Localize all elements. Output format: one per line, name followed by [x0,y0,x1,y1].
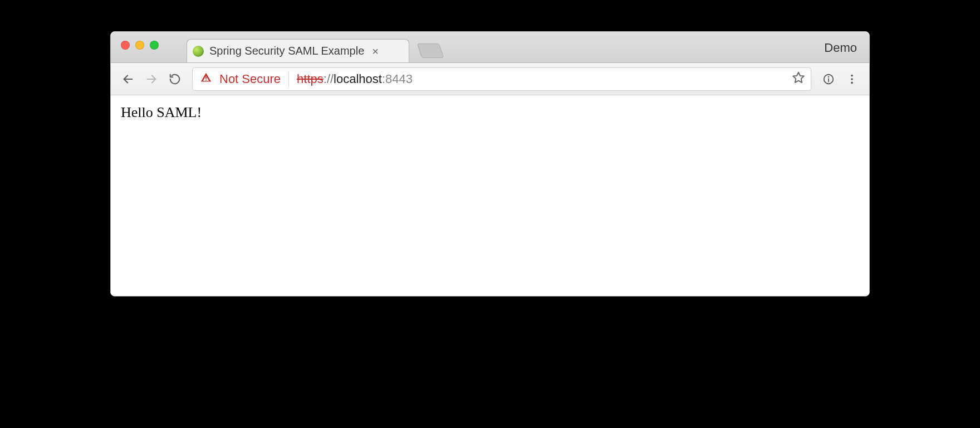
browser-window: Spring Security SAML Example × Demo Not … [110,31,870,296]
forward-button[interactable] [142,70,161,89]
svg-point-10 [851,81,853,84]
close-window-button[interactable] [121,41,130,50]
page-body-text: Hello SAML! [121,104,202,120]
url-display: https://localhost:8443 [297,72,413,86]
svg-marker-4 [793,72,804,82]
window-controls [121,41,159,50]
url-port: :8443 [382,72,413,86]
minimize-window-button[interactable] [135,41,144,50]
spring-favicon-icon [193,46,204,57]
svg-rect-3 [205,79,207,80]
omnibox-divider [288,71,289,87]
tab-close-icon[interactable]: × [372,46,379,57]
address-bar[interactable]: Not Secure https://localhost:8443 [192,67,811,91]
svg-rect-2 [205,76,207,79]
svg-point-6 [828,76,829,77]
url-separator: :// [324,72,334,86]
reload-button[interactable] [165,70,184,89]
browser-tab[interactable]: Spring Security SAML Example × [187,39,409,62]
profile-label[interactable]: Demo [824,41,857,55]
new-tab-button[interactable] [417,43,444,58]
site-info-icon[interactable] [819,70,838,89]
back-button[interactable] [119,70,138,89]
svg-point-9 [851,78,853,80]
url-scheme: https [297,72,324,86]
warning-triangle-icon [200,72,212,86]
page-content: Hello SAML! [111,95,869,296]
bookmark-star-icon[interactable] [792,71,805,87]
url-host: localhost [334,72,382,86]
kebab-menu-icon[interactable] [842,70,861,89]
toolbar: Not Secure https://localhost:8443 [111,63,869,95]
security-status: Not Secure [219,72,281,86]
tab-title: Spring Security SAML Example [209,45,364,57]
svg-point-8 [851,74,853,76]
maximize-window-button[interactable] [150,41,159,50]
tab-strip: Spring Security SAML Example × Demo [111,32,869,63]
